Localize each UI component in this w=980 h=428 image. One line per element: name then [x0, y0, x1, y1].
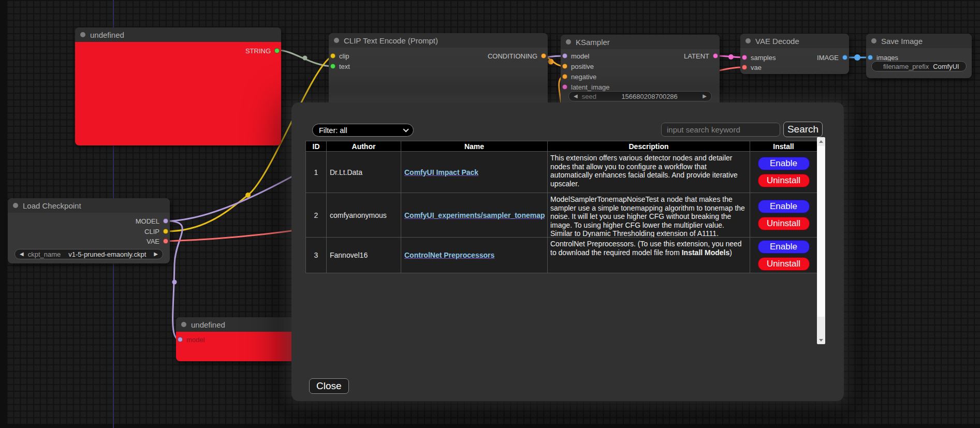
enable-button[interactable]: Enable [758, 200, 810, 213]
node-title-bar[interactable]: Save Image [866, 34, 972, 48]
slot-dot-negative[interactable] [562, 74, 567, 79]
slot-label: MODEL [136, 217, 159, 225]
uninstall-button[interactable]: Uninstall [758, 257, 810, 271]
scrollbar-thumb[interactable] [817, 146, 825, 317]
wire-dot[interactable] [548, 59, 554, 65]
node-undefined-top[interactable]: undefined STRING [75, 27, 281, 145]
widget-value: 156680208700286 [601, 93, 698, 100]
enable-button[interactable]: Enable [758, 240, 810, 254]
input-slot-model[interactable]: model [178, 335, 204, 344]
wire-dot[interactable] [728, 54, 734, 60]
node-collapse-dot-icon[interactable] [334, 38, 339, 43]
node-title-bar[interactable]: undefined [75, 27, 281, 42]
slot-dot-latent-image[interactable] [562, 84, 567, 90]
enable-button[interactable]: Enable [758, 157, 810, 170]
output-slot-clip[interactable]: CLIP [144, 227, 168, 235]
node-vae-decode[interactable]: VAE Decode samples vae IMAGE [740, 34, 849, 74]
cell-id: 1 [306, 151, 327, 193]
decrement-arrow-icon[interactable]: ◀ [574, 94, 578, 99]
input-slot-samples[interactable]: samples [742, 53, 776, 62]
search-input[interactable] [661, 123, 780, 137]
extension-link[interactable]: ControlNet Preprocessors [404, 251, 494, 259]
slot-label: vae [751, 64, 762, 71]
output-slot-conditioning[interactable]: CONDITIONING [488, 52, 546, 60]
node-title-bar[interactable]: CLIP Text Encode (Prompt) [329, 33, 548, 48]
slot-dot-samples[interactable] [742, 55, 747, 60]
cell-id: 3 [306, 237, 327, 273]
node-collapse-dot-icon[interactable] [566, 39, 571, 45]
wire-dot[interactable] [172, 280, 177, 285]
wire-dot[interactable] [854, 54, 860, 61]
node-collapse-dot-icon[interactable] [745, 38, 751, 43]
extension-link[interactable]: ComfyUI Impact Pack [404, 168, 478, 176]
node-clip-text-encode[interactable]: CLIP Text Encode (Prompt) clip text COND… [329, 33, 548, 108]
close-button[interactable]: Close [309, 378, 349, 394]
slot-dot-conditioning[interactable] [541, 53, 546, 58]
seed-widget[interactable]: ◀ seed 156680208700286 ▶ [568, 91, 712, 101]
input-slot-latent-image[interactable]: latent_image [562, 83, 609, 91]
node-title: Load Checkpoint [23, 201, 81, 210]
slot-dot-image[interactable] [842, 55, 847, 60]
increment-arrow-icon[interactable]: ▶ [703, 94, 707, 99]
slot-dot-vae[interactable] [163, 239, 168, 244]
node-collapse-dot-icon[interactable] [80, 32, 85, 37]
node-collapse-dot-icon[interactable] [871, 38, 876, 43]
slot-dot-text[interactable] [330, 64, 335, 69]
node-title: Save Image [881, 37, 923, 46]
output-slot-model[interactable]: MODEL [136, 217, 168, 225]
input-slot-clip[interactable]: clip [330, 52, 349, 60]
input-slot-model[interactable]: model [562, 52, 589, 60]
input-slot-images[interactable]: images [868, 53, 898, 62]
node-collapse-dot-icon[interactable] [181, 322, 186, 327]
uninstall-button[interactable]: Uninstall [758, 217, 810, 230]
slot-label: positive [571, 63, 594, 70]
node-title: undefined [191, 320, 225, 329]
filter-select[interactable]: Filter: all [312, 124, 414, 137]
output-slot-string[interactable]: STRING [245, 47, 280, 55]
search-button[interactable]: Search [783, 122, 823, 137]
node-undefined-bottom[interactable]: undefined model [176, 317, 308, 361]
slot-dot-clip[interactable] [163, 229, 168, 234]
slot-dot-latent[interactable] [713, 53, 718, 58]
uninstall-button[interactable]: Uninstall [758, 174, 810, 187]
node-load-checkpoint[interactable]: Load Checkpoint MODEL CLIP VAE ◀ ckpt_na… [8, 198, 170, 263]
scroll-down-icon[interactable] [817, 336, 825, 344]
extension-link[interactable]: ComfyUI_experiments/sampler_tonemap [404, 211, 545, 219]
scroll-up-icon[interactable] [817, 137, 825, 145]
node-title: KSampler [576, 38, 610, 47]
cell-name: ControlNet Preprocessors [401, 237, 548, 273]
output-slot-latent[interactable]: LATENT [684, 52, 718, 60]
node-ksampler[interactable]: KSampler model positive negative latent_… [561, 35, 720, 108]
wire-dot[interactable] [303, 56, 308, 61]
slot-dot-images[interactable] [868, 55, 873, 60]
slot-dot-model[interactable] [163, 218, 168, 224]
filename-prefix-widget[interactable]: filename_prefix ComfyUI [871, 61, 967, 71]
node-title-bar[interactable]: Load Checkpoint [8, 198, 170, 213]
input-slot-text[interactable]: text [330, 62, 350, 70]
node-collapse-dot-icon[interactable] [13, 203, 18, 208]
cell-install: Enable Uninstall [750, 193, 817, 237]
slot-dot-model[interactable] [562, 53, 567, 58]
slot-dot-positive[interactable] [562, 64, 567, 69]
node-title-bar[interactable]: KSampler [561, 35, 720, 49]
cell-author: comfyanonymous [327, 193, 401, 237]
widget-value: ComfyUI [933, 63, 959, 70]
graph-canvas[interactable]: undefined STRING CLIP Text Encode (Promp… [0, 0, 980, 428]
node-title-bar[interactable]: VAE Decode [740, 34, 849, 48]
input-slot-positive[interactable]: positive [562, 62, 594, 70]
ckpt-name-widget[interactable]: ◀ ckpt_name v1-5-pruned-emaonly.ckpt ▶ [14, 249, 163, 259]
slot-dot-clip[interactable] [330, 53, 335, 58]
output-slot-vae[interactable]: VAE [147, 237, 168, 245]
input-slot-vae[interactable]: vae [742, 63, 762, 71]
increment-arrow-icon[interactable]: ▶ [154, 252, 158, 257]
node-save-image[interactable]: Save Image images filename_prefix ComfyU… [866, 34, 972, 78]
slot-dot-vae[interactable] [742, 65, 747, 70]
cell-author: Dr.Lt.Data [327, 151, 401, 193]
node-title-bar[interactable]: undefined [176, 317, 308, 332]
input-slot-negative[interactable]: negative [562, 72, 596, 81]
decrement-arrow-icon[interactable]: ◀ [20, 252, 24, 257]
slot-dot-model[interactable] [178, 337, 183, 342]
slot-dot-string[interactable] [274, 48, 280, 53]
scrollbar[interactable] [817, 137, 825, 344]
output-slot-image[interactable]: IMAGE [817, 53, 847, 62]
